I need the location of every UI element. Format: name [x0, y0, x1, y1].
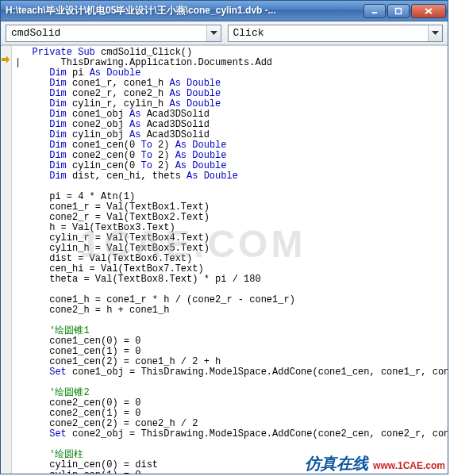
close-button[interactable] [411, 4, 446, 18]
ide-window: H:\teach\毕业设计\机电05毕业设计\王小燕\cone_cylin1.d… [0, 0, 448, 474]
svg-marker-4 [210, 31, 217, 35]
object-combo[interactable]: cmdSolid [6, 25, 221, 42]
procedure-combo-text: Click [229, 27, 429, 39]
procedure-combo[interactable]: Click [228, 25, 444, 42]
maximize-button[interactable] [387, 4, 410, 18]
object-combo-dropdown[interactable] [206, 25, 221, 41]
svg-rect-1 [396, 8, 402, 13]
object-combo-text: cmdSolid [6, 27, 206, 39]
current-line-arrow-icon [2, 56, 10, 63]
titlebar[interactable]: H:\teach\毕业设计\机电05毕业设计\王小燕\cone_cylin1.d… [1, 1, 448, 21]
minimize-button[interactable] [363, 4, 386, 18]
window-title: H:\teach\毕业设计\机电05毕业设计\王小燕\cone_cylin1.d… [6, 4, 363, 17]
svg-marker-5 [432, 31, 439, 35]
window-controls [363, 4, 446, 18]
code-text-area[interactable]: Private Sub cmdSolid_Click() | ThisDrawi… [12, 46, 448, 474]
margin-indicator-bar [1, 46, 12, 474]
svg-marker-6 [2, 56, 10, 63]
object-proc-toolbar: cmdSolid Click [1, 21, 448, 45]
procedure-combo-dropdown[interactable] [428, 25, 442, 41]
code-editor[interactable]: Private Sub cmdSolid_Click() | ThisDrawi… [1, 45, 448, 474]
